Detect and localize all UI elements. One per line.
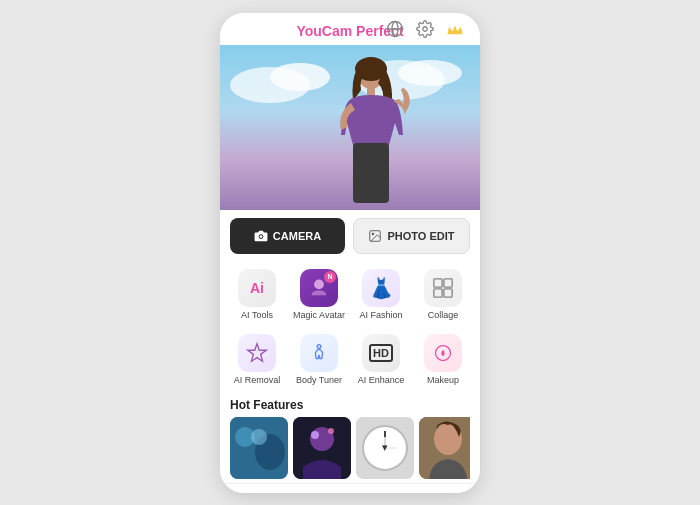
- hot-features-section: Hot Features: [220, 394, 480, 483]
- svg-point-3: [423, 26, 428, 31]
- tool-collage[interactable]: Collage: [414, 264, 472, 325]
- hot-feature-thumb-3[interactable]: ▾: [356, 417, 414, 479]
- nav-home-icon[interactable]: [336, 490, 370, 493]
- magic-avatar-icon-box: N: [300, 269, 338, 307]
- svg-point-29: [311, 431, 319, 439]
- ai-removal-label: AI Removal: [234, 375, 281, 385]
- chevron-icon: ▾: [374, 437, 396, 459]
- svg-rect-18: [444, 278, 452, 286]
- ai-fashion-label: AI Fashion: [359, 310, 402, 320]
- svg-point-21: [317, 344, 321, 348]
- svg-point-30: [328, 428, 334, 434]
- ai-tools-label: AI Tools: [241, 310, 273, 320]
- body-tuner-icon-box: [300, 334, 338, 372]
- makeup-label: Makeup: [427, 375, 459, 385]
- photo-edit-icon: [368, 229, 382, 243]
- hero-image: [220, 45, 480, 210]
- hot-features-scroll: ▾: [230, 417, 470, 479]
- collage-label: Collage: [428, 310, 459, 320]
- svg-point-13: [259, 235, 262, 238]
- tool-ai-tools[interactable]: Ai AI Tools: [228, 264, 286, 325]
- collage-svg: [432, 277, 454, 299]
- nav-menu-icon[interactable]: [261, 492, 295, 493]
- hot-features-title: Hot Features: [230, 398, 470, 412]
- ai-removal-svg: [246, 342, 268, 364]
- svg-rect-17: [434, 278, 442, 286]
- ai-enhance-label: AI Enhance: [358, 375, 405, 385]
- camera-icon: [254, 229, 268, 243]
- makeup-svg: [433, 343, 453, 363]
- top-icons: [384, 18, 466, 40]
- top-bar: YouCam Perfect: [220, 13, 480, 45]
- ai-enhance-icon-box: HD: [362, 334, 400, 372]
- magic-avatar-label: Magic Avatar: [293, 310, 345, 320]
- page-background: YouCam Perfect: [0, 0, 700, 505]
- action-buttons: CAMERA PHOTO EDIT: [220, 210, 480, 260]
- makeup-icon-box: [424, 334, 462, 372]
- svg-point-16: [314, 279, 324, 289]
- svg-rect-11: [353, 143, 389, 203]
- svg-point-5: [270, 63, 330, 91]
- hot-feature-thumb-1[interactable]: [230, 417, 288, 479]
- ai-removal-icon-box: [238, 334, 276, 372]
- svg-point-26: [251, 429, 267, 445]
- new-badge: N: [324, 271, 336, 283]
- ai-tools-icon-box: Ai: [238, 269, 276, 307]
- ai-fashion-icon-box: 👗: [362, 269, 400, 307]
- camera-label: CAMERA: [273, 230, 321, 242]
- nav-back-icon[interactable]: [411, 490, 439, 493]
- settings-icon[interactable]: [414, 18, 436, 40]
- tool-ai-fashion[interactable]: 👗 AI Fashion: [352, 264, 410, 325]
- crown-icon[interactable]: [444, 18, 466, 40]
- bottom-nav: [220, 483, 480, 493]
- hot-feature-thumb-4[interactable]: [419, 417, 470, 479]
- tool-body-tuner[interactable]: Body Tuner: [290, 329, 348, 390]
- app-title-plain: YouCam: [296, 23, 352, 39]
- tool-magic-avatar[interactable]: N Magic Avatar: [290, 264, 348, 325]
- tool-ai-removal[interactable]: AI Removal: [228, 329, 286, 390]
- svg-rect-20: [444, 288, 452, 296]
- tool-makeup[interactable]: Makeup: [414, 329, 472, 390]
- svg-point-15: [373, 233, 375, 235]
- svg-rect-19: [434, 288, 442, 296]
- globe-icon[interactable]: [384, 18, 406, 40]
- phone-frame: YouCam Perfect: [220, 13, 480, 493]
- body-tuner-svg: [308, 342, 330, 364]
- photo-edit-label: PHOTO EDIT: [387, 230, 454, 242]
- tool-ai-enhance[interactable]: HD AI Enhance: [352, 329, 410, 390]
- tools-grid: Ai AI Tools N Magic Avatar 👗: [220, 260, 480, 394]
- collage-icon-box: [424, 269, 462, 307]
- photo-edit-button[interactable]: PHOTO EDIT: [353, 218, 470, 254]
- camera-button[interactable]: CAMERA: [230, 218, 345, 254]
- body-tuner-label: Body Tuner: [296, 375, 342, 385]
- person-figure: [323, 55, 413, 210]
- hot-feature-thumb-2[interactable]: [293, 417, 351, 479]
